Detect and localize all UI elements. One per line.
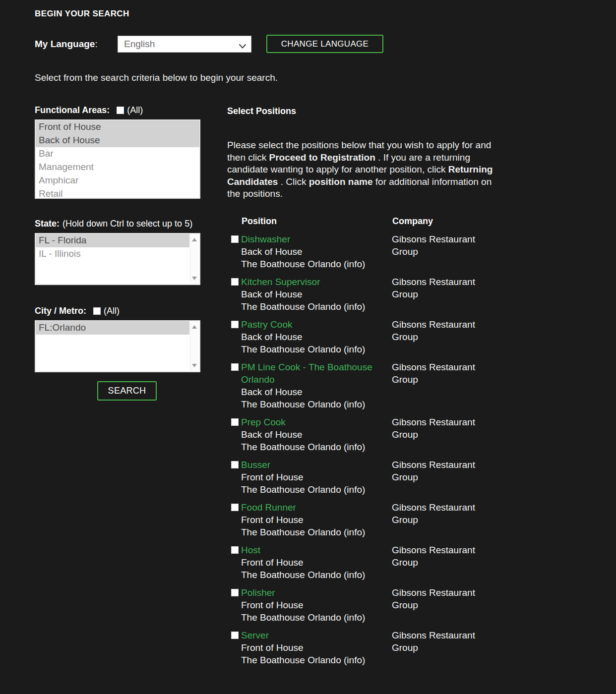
position-location[interactable]: The Boathouse Orlando (info) — [241, 569, 392, 581]
position-location[interactable]: The Boathouse Orlando (info) — [241, 441, 392, 453]
position-functional-area: Back of House — [241, 288, 392, 300]
functional-areas-all-checkbox[interactable] — [117, 107, 124, 114]
functional-areas-label: Functional Areas: — [35, 105, 110, 116]
position-link[interactable]: Host — [241, 545, 260, 555]
position-checkbox[interactable] — [231, 632, 239, 639]
language-label: My Language: — [35, 39, 118, 50]
position-functional-area: Front of House — [241, 556, 392, 569]
position-checkbox[interactable] — [231, 418, 239, 426]
position-link[interactable]: PM Line Cook - The Boathouse Orlando — [241, 362, 372, 385]
positions-heading: Select Positions — [227, 106, 505, 116]
position-checkbox[interactable] — [231, 321, 239, 328]
listbox-option[interactable]: IL - Illinois — [36, 247, 189, 261]
position-cell: Food Runner Front of House The Boathouse… — [231, 501, 392, 538]
listbox-option[interactable]: Front of House — [36, 120, 199, 134]
position-cell: Server Front of House The Boathouse Orla… — [231, 629, 392, 666]
position-location[interactable]: The Boathouse Orlando (info) — [241, 483, 392, 496]
position-location[interactable]: The Boathouse Orlando (info) — [241, 611, 392, 624]
position-functional-area: Front of House — [241, 641, 392, 654]
position-cell: Prep Cook Back of House The Boathouse Or… — [231, 416, 392, 453]
company-cell: Gibsons Restaurant Group — [392, 459, 491, 496]
position-link[interactable]: Kitchen Supervisor — [241, 277, 320, 287]
position-link[interactable]: Server — [241, 630, 269, 640]
position-checkbox[interactable] — [231, 235, 239, 243]
position-cell: PM Line Cook - The Boathouse Orlando Bac… — [231, 361, 392, 410]
position-functional-area: Back of House — [241, 428, 392, 441]
position-column-header: Position — [242, 216, 392, 227]
position-location[interactable]: The Boathouse Orlando (info) — [241, 343, 392, 355]
listbox-option[interactable]: Back of House — [36, 134, 199, 147]
positions-table-header: Position Company — [227, 216, 505, 227]
listbox-option[interactable]: Management — [36, 161, 199, 174]
scroll-up-icon[interactable] — [192, 325, 197, 329]
intro-segment: position name — [309, 176, 373, 187]
functional-areas-all-label: (All) — [127, 105, 143, 116]
state-scrollbar[interactable] — [190, 235, 198, 283]
positions-intro: Please select the positions below that y… — [227, 139, 495, 200]
table-row: Server Front of House The Boathouse Orla… — [227, 629, 505, 666]
position-location[interactable]: The Boathouse Orlando (info) — [241, 526, 392, 538]
listbox-option[interactable]: FL - Florida — [36, 234, 189, 247]
language-select[interactable]: English — [118, 36, 251, 53]
company-cell: Gibsons Restaurant Group — [392, 276, 491, 313]
table-row: Host Front of House The Boathouse Orland… — [227, 544, 505, 581]
state-label-row: State: (Hold down Ctrl to select up to 5… — [35, 219, 203, 229]
listbox-option[interactable]: Bar — [36, 147, 199, 161]
scroll-down-icon[interactable] — [192, 364, 197, 367]
chevron-down-icon — [239, 42, 246, 46]
city-metro-scrollbar[interactable] — [190, 322, 198, 370]
city-metro-listbox[interactable]: FL:Orlando — [35, 320, 200, 372]
state-label: State: — [35, 219, 60, 229]
change-language-button[interactable]: CHANGE LANGUAGE — [266, 35, 383, 53]
position-location[interactable]: The Boathouse Orlando (info) — [241, 258, 392, 270]
city-metro-all-checkbox[interactable] — [93, 307, 101, 315]
table-row: Pastry Cook Back of House The Boathouse … — [227, 318, 505, 355]
position-functional-area: Back of House — [241, 245, 392, 258]
position-checkbox[interactable] — [231, 461, 239, 468]
functional-areas-listbox[interactable]: Front of House Back of House Bar Managem… — [35, 119, 200, 199]
table-row: Kitchen Supervisor Back of House The Boa… — [227, 276, 505, 313]
position-link[interactable]: Busser — [241, 460, 270, 470]
listbox-option[interactable]: Retail — [36, 187, 199, 199]
table-row: Polisher Front of House The Boathouse Or… — [227, 586, 505, 624]
position-functional-area: Back of House — [241, 386, 392, 398]
scroll-up-icon[interactable] — [192, 238, 197, 241]
position-checkbox[interactable] — [231, 278, 239, 286]
position-cell: Host Front of House The Boathouse Orland… — [231, 544, 392, 581]
position-checkbox[interactable] — [231, 589, 239, 596]
table-row: Prep Cook Back of House The Boathouse Or… — [227, 416, 505, 453]
page-title: BEGIN YOUR SEARCH — [35, 9, 129, 19]
position-functional-area: Front of House — [241, 599, 392, 611]
company-cell: Gibsons Restaurant Group — [392, 361, 491, 410]
position-location[interactable]: The Boathouse Orlando (info) — [241, 300, 392, 313]
position-cell: Kitchen Supervisor Back of House The Boa… — [231, 276, 392, 313]
language-select-value: English — [124, 39, 155, 50]
table-row: PM Line Cook - The Boathouse Orlando Bac… — [227, 361, 505, 410]
search-button[interactable]: SEARCH — [97, 381, 157, 401]
functional-areas-label-row: Functional Areas: (All) — [35, 105, 203, 116]
position-checkbox[interactable] — [231, 546, 239, 554]
position-link[interactable]: Dishwasher — [241, 234, 290, 244]
position-checkbox[interactable] — [231, 363, 239, 371]
position-cell: Pastry Cook Back of House The Boathouse … — [231, 318, 392, 355]
table-row: Busser Front of House The Boathouse Orla… — [227, 459, 505, 496]
position-cell: Dishwasher Back of House The Boathouse O… — [231, 233, 392, 270]
state-hint: (Hold down Ctrl to select up to 5) — [62, 219, 192, 229]
position-functional-area: Back of House — [241, 331, 392, 343]
state-listbox[interactable]: FL - Florida IL - Illinois — [35, 233, 200, 285]
position-link[interactable]: Polisher — [241, 587, 275, 598]
listbox-option[interactable]: FL:Orlando — [36, 321, 189, 335]
position-location[interactable]: The Boathouse Orlando (info) — [241, 398, 392, 410]
position-link[interactable]: Prep Cook — [241, 417, 286, 427]
scroll-down-icon[interactable] — [192, 277, 197, 280]
position-link[interactable]: Pastry Cook — [241, 319, 292, 330]
position-cell: Polisher Front of House The Boathouse Or… — [231, 586, 392, 624]
company-cell: Gibsons Restaurant Group — [392, 318, 491, 355]
position-link[interactable]: Food Runner — [241, 502, 296, 513]
listbox-option[interactable]: Amphicar — [36, 174, 199, 187]
position-checkbox[interactable] — [231, 504, 239, 511]
position-location[interactable]: The Boathouse Orlando (info) — [241, 654, 392, 666]
company-cell: Gibsons Restaurant Group — [392, 544, 491, 581]
positions-table-body: Dishwasher Back of House The Boathouse O… — [227, 233, 505, 666]
city-metro-label-row: City / Metro: (All) — [35, 306, 203, 316]
